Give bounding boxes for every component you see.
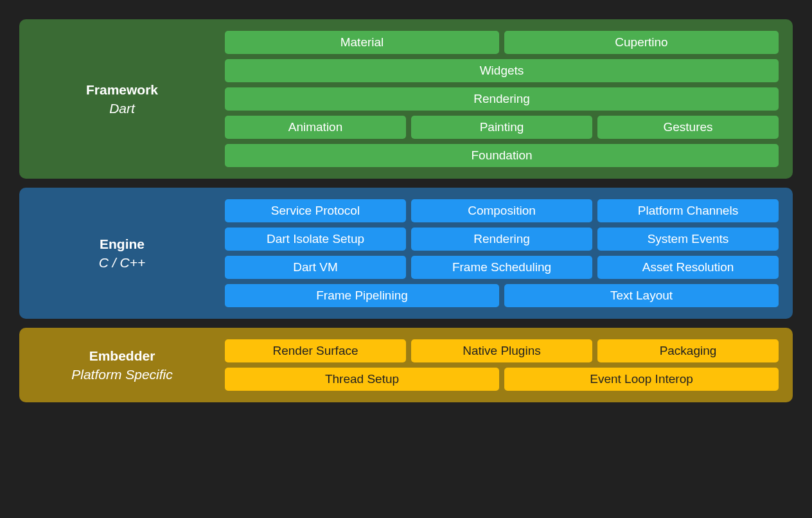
cell-foundation: Foundation (225, 144, 779, 167)
embedder-row: Thread Setup Event Loop Interop (225, 368, 779, 391)
cell-text-layout: Text Layout (504, 284, 779, 307)
cell-asset-resolution: Asset Resolution (597, 256, 779, 279)
engine-row: Dart Isolate Setup Rendering System Even… (225, 228, 779, 251)
cell-dart-vm: Dart VM (225, 256, 406, 279)
cell-painting: Painting (411, 116, 592, 139)
framework-subtitle: Dart (19, 99, 225, 118)
engine-layer: Engine C / C++ Service Protocol Composit… (19, 188, 793, 319)
framework-title: Framework (19, 80, 225, 99)
cell-dart-isolate-setup: Dart Isolate Setup (225, 228, 406, 251)
cell-native-plugins: Native Plugins (411, 339, 592, 362)
engine-title: Engine (19, 235, 225, 253)
engine-body: Service Protocol Composition Platform Ch… (225, 199, 779, 307)
framework-row: Rendering (225, 87, 779, 111)
cell-frame-scheduling: Frame Scheduling (411, 256, 592, 279)
embedder-body: Render Surface Native Plugins Packaging … (225, 339, 779, 391)
embedder-label: Embedder Platform Specific (19, 346, 225, 384)
cell-service-protocol: Service Protocol (225, 199, 406, 222)
cell-cupertino: Cupertino (504, 31, 779, 54)
framework-row: Foundation (225, 144, 779, 167)
embedder-subtitle: Platform Specific (19, 365, 225, 384)
framework-layer: Framework Dart Material Cupertino Widget… (19, 19, 793, 179)
embedder-layer: Embedder Platform Specific Render Surfac… (19, 328, 793, 402)
framework-row: Animation Painting Gestures (225, 116, 779, 139)
cell-composition: Composition (411, 199, 592, 222)
cell-animation: Animation (225, 116, 406, 139)
cell-packaging: Packaging (597, 339, 779, 362)
cell-render-surface: Render Surface (225, 339, 406, 362)
cell-thread-setup: Thread Setup (225, 368, 499, 391)
engine-row: Frame Pipelining Text Layout (225, 284, 779, 307)
embedder-row: Render Surface Native Plugins Packaging (225, 339, 779, 362)
framework-row: Widgets (225, 59, 779, 82)
cell-rendering-fw: Rendering (225, 87, 779, 111)
cell-platform-channels: Platform Channels (597, 199, 779, 222)
framework-body: Material Cupertino Widgets Rendering Ani… (225, 31, 779, 167)
framework-row: Material Cupertino (225, 31, 779, 54)
cell-material: Material (225, 31, 499, 54)
engine-row: Dart VM Frame Scheduling Asset Resolutio… (225, 256, 779, 279)
cell-rendering-engine: Rendering (411, 228, 592, 251)
cell-event-loop-interop: Event Loop Interop (504, 368, 779, 391)
cell-widgets: Widgets (225, 59, 779, 82)
cell-system-events: System Events (597, 228, 779, 251)
engine-label: Engine C / C++ (19, 235, 225, 272)
framework-label: Framework Dart (19, 80, 225, 118)
cell-frame-pipelining: Frame Pipelining (225, 284, 499, 307)
cell-gestures: Gestures (597, 116, 779, 139)
engine-subtitle: C / C++ (19, 253, 225, 272)
embedder-title: Embedder (19, 346, 225, 365)
engine-row: Service Protocol Composition Platform Ch… (225, 199, 779, 222)
